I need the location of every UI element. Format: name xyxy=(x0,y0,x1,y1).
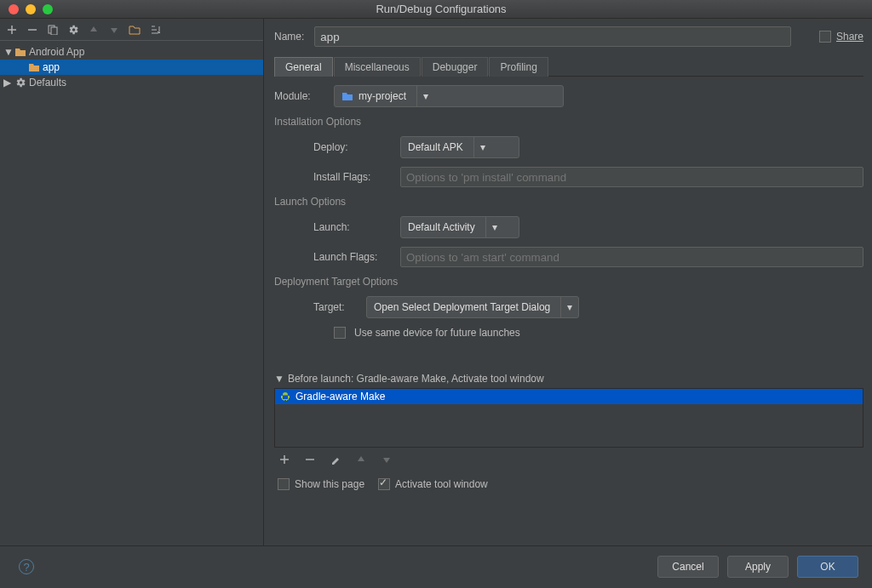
tree-label: app xyxy=(43,61,60,73)
android-app-folder-icon xyxy=(14,47,27,57)
chevron-down-icon: ▾ xyxy=(417,86,434,106)
dialog-footer: ? Cancel Apply OK xyxy=(0,546,872,587)
tab-debugger[interactable]: Debugger xyxy=(422,57,489,77)
tree-folder-android-app[interactable]: ▼ Android App xyxy=(0,44,263,60)
ok-button[interactable]: OK xyxy=(797,556,858,578)
remove-task-button[interactable] xyxy=(303,453,317,466)
module-select[interactable]: my-project ▾ xyxy=(334,85,564,107)
launch-label: Launch: xyxy=(313,221,392,233)
expand-icon: ▼ xyxy=(3,46,12,58)
before-launch-toolbar xyxy=(274,448,863,471)
move-up-button[interactable] xyxy=(87,23,100,37)
tab-miscellaneous[interactable]: Miscellaneous xyxy=(334,57,421,77)
deploy-label: Deploy: xyxy=(313,141,392,153)
chevron-down-icon: ▾ xyxy=(474,137,491,157)
share-checkbox[interactable] xyxy=(819,31,831,43)
collapse-icon: ▶ xyxy=(3,77,12,88)
sort-button[interactable] xyxy=(148,23,162,37)
launch-value: Default Activity xyxy=(408,221,475,233)
name-label: Name: xyxy=(274,31,304,43)
remove-configuration-button[interactable] xyxy=(26,23,39,37)
minimize-window-button[interactable] xyxy=(26,4,36,14)
target-value: Open Select Deployment Target Dialog xyxy=(374,301,550,313)
launch-flags-input[interactable] xyxy=(400,247,863,267)
activate-tool-window-checkbox[interactable] xyxy=(378,478,390,490)
side-toolbar xyxy=(0,19,263,41)
module-value: my-project xyxy=(359,90,406,102)
install-flags-label: Install Flags: xyxy=(313,171,392,183)
window-titlebar: Run/Debug Configurations xyxy=(0,0,872,19)
cancel-button[interactable]: Cancel xyxy=(657,556,719,578)
chevron-down-icon: ▾ xyxy=(561,297,578,317)
launch-options-header: Launch Options xyxy=(274,196,863,208)
tab-profiling[interactable]: Profiling xyxy=(489,57,548,77)
svg-rect-1 xyxy=(51,27,57,35)
deploy-select[interactable]: Default APK ▾ xyxy=(400,136,519,158)
before-launch-item-label: Gradle-aware Make xyxy=(295,391,385,402)
apply-button[interactable]: Apply xyxy=(727,556,789,578)
target-label: Target: xyxy=(313,301,358,313)
before-launch-item[interactable]: Gradle-aware Make xyxy=(275,389,863,404)
edit-task-button[interactable] xyxy=(329,453,342,466)
task-move-up-button[interactable] xyxy=(354,453,368,466)
launch-flags-label: Launch Flags: xyxy=(313,251,392,263)
tab-general[interactable]: General xyxy=(274,57,333,77)
add-configuration-button[interactable] xyxy=(5,23,19,37)
same-device-label: Use same device for future launches xyxy=(354,327,520,339)
copy-configuration-button[interactable] xyxy=(46,23,60,37)
module-label: Module: xyxy=(274,90,325,102)
tree-label: Android App xyxy=(29,46,84,58)
launch-select[interactable]: Default Activity ▾ xyxy=(400,216,519,238)
close-window-button[interactable] xyxy=(9,4,19,14)
configuration-form: Name: Share General Miscellaneous Debugg… xyxy=(264,19,872,545)
name-input[interactable] xyxy=(314,26,791,47)
window-title: Run/Debug Configurations xyxy=(53,3,872,15)
activate-tool-window-label: Activate tool window xyxy=(395,478,488,490)
share-link[interactable]: Share xyxy=(836,31,863,43)
move-down-button[interactable] xyxy=(107,23,121,37)
add-task-button[interactable] xyxy=(278,453,291,466)
installation-options-header: Installation Options xyxy=(274,116,863,128)
config-icon xyxy=(27,62,41,72)
collapse-icon[interactable]: ▼ xyxy=(274,373,284,385)
android-icon xyxy=(280,391,290,402)
zoom-window-button[interactable] xyxy=(43,4,53,14)
install-flags-input[interactable] xyxy=(400,167,863,187)
target-select[interactable]: Open Select Deployment Target Dialog ▾ xyxy=(366,296,579,318)
deployment-target-header: Deployment Target Options xyxy=(274,276,863,288)
defaults-gear-icon xyxy=(14,77,27,88)
show-this-page-checkbox[interactable] xyxy=(278,478,290,490)
chevron-down-icon: ▾ xyxy=(486,217,503,237)
configurations-tree[interactable]: ▼ Android App app ▶ xyxy=(0,41,263,94)
tree-folder-defaults[interactable]: ▶ Defaults xyxy=(0,75,263,90)
tree-item-app[interactable]: app xyxy=(0,60,263,75)
task-move-down-button[interactable] xyxy=(380,453,393,466)
configurations-side-panel: ▼ Android App app ▶ xyxy=(0,19,264,545)
module-folder-icon xyxy=(341,91,353,101)
tree-label: Defaults xyxy=(29,77,66,88)
folder-button[interactable] xyxy=(128,23,141,37)
help-button[interactable]: ? xyxy=(19,559,34,574)
before-launch-header: Before launch: Gradle-aware Make, Activa… xyxy=(288,373,544,385)
config-tabs: General Miscellaneous Debugger Profiling xyxy=(274,56,863,77)
edit-defaults-button[interactable] xyxy=(66,23,80,37)
same-device-checkbox[interactable] xyxy=(334,327,346,339)
show-this-page-label: Show this page xyxy=(295,478,364,490)
deploy-value: Default APK xyxy=(408,141,463,153)
before-launch-list[interactable]: Gradle-aware Make xyxy=(274,388,863,448)
